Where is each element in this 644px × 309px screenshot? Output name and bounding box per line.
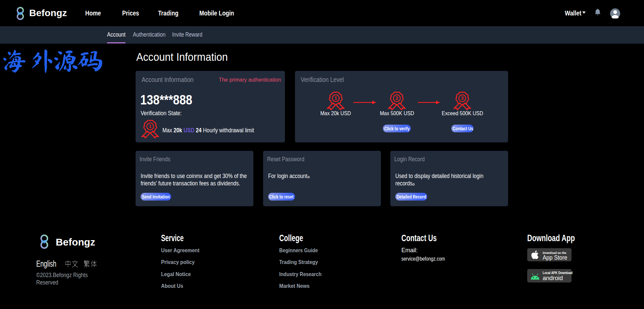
svg-text:3: 3: [461, 96, 464, 101]
svg-text:2: 2: [396, 96, 398, 101]
svg-text:1: 1: [149, 124, 152, 129]
svg-text:1: 1: [334, 96, 337, 101]
